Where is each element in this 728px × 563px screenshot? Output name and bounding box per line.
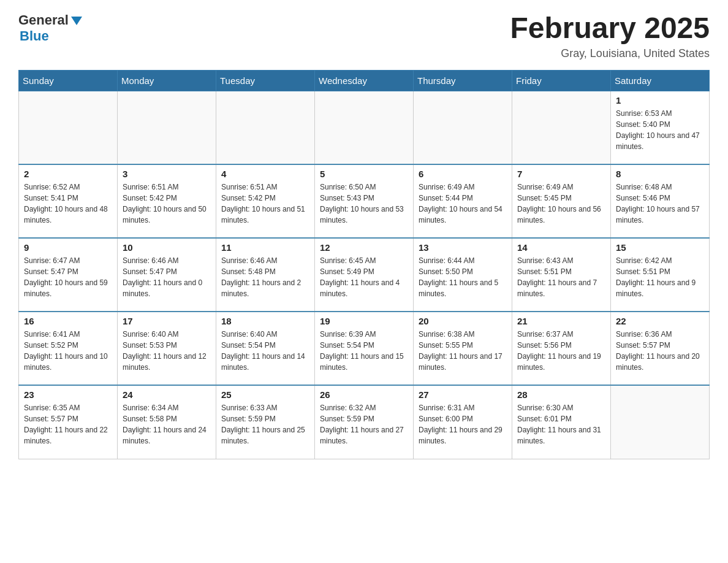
calendar-cell: 25Sunrise: 6:33 AMSunset: 5:59 PMDayligh…: [216, 385, 315, 459]
day-number: 13: [419, 242, 507, 253]
column-header-saturday: Saturday: [611, 70, 710, 91]
day-info: Sunrise: 6:39 AMSunset: 5:54 PMDaylight:…: [320, 329, 408, 373]
calendar-cell: [414, 91, 512, 164]
calendar-week-1: 2Sunrise: 6:52 AMSunset: 5:41 PMDaylight…: [19, 164, 710, 238]
day-number: 3: [123, 169, 211, 179]
month-title: February 2025: [510, 12, 710, 45]
calendar-cell: [118, 91, 216, 164]
day-info: Sunrise: 6:46 AMSunset: 5:48 PMDaylight:…: [221, 255, 309, 299]
calendar-cell: 12Sunrise: 6:45 AMSunset: 5:49 PMDayligh…: [315, 238, 414, 312]
calendar-cell: 23Sunrise: 6:35 AMSunset: 5:57 PMDayligh…: [19, 385, 118, 459]
day-info: Sunrise: 6:42 AMSunset: 5:51 PMDaylight:…: [616, 255, 704, 299]
day-info: Sunrise: 6:31 AMSunset: 6:00 PMDaylight:…: [419, 402, 507, 446]
day-info: Sunrise: 6:44 AMSunset: 5:50 PMDaylight:…: [419, 255, 507, 299]
day-number: 10: [123, 242, 211, 253]
calendar-cell: 13Sunrise: 6:44 AMSunset: 5:50 PMDayligh…: [414, 238, 512, 312]
calendar-cell: 27Sunrise: 6:31 AMSunset: 6:00 PMDayligh…: [414, 385, 512, 459]
calendar-cell: 14Sunrise: 6:43 AMSunset: 5:51 PMDayligh…: [512, 238, 611, 312]
day-number: 14: [517, 242, 605, 253]
calendar-week-3: 16Sunrise: 6:41 AMSunset: 5:52 PMDayligh…: [19, 312, 710, 385]
day-info: Sunrise: 6:37 AMSunset: 5:56 PMDaylight:…: [517, 329, 605, 373]
calendar-cell: 20Sunrise: 6:38 AMSunset: 5:55 PMDayligh…: [414, 312, 512, 385]
day-number: 20: [419, 316, 507, 326]
day-number: 2: [24, 169, 112, 179]
calendar-cell: 8Sunrise: 6:48 AMSunset: 5:46 PMDaylight…: [611, 164, 710, 238]
calendar-cell: 2Sunrise: 6:52 AMSunset: 5:41 PMDaylight…: [19, 164, 118, 238]
calendar-table: SundayMondayTuesdayWednesdayThursdayFrid…: [18, 70, 710, 459]
day-info: Sunrise: 6:40 AMSunset: 5:54 PMDaylight:…: [221, 329, 309, 373]
day-number: 23: [24, 389, 112, 400]
day-number: 4: [221, 169, 309, 179]
calendar-cell: [315, 91, 414, 164]
calendar-cell: 22Sunrise: 6:36 AMSunset: 5:57 PMDayligh…: [611, 312, 710, 385]
calendar-cell: 9Sunrise: 6:47 AMSunset: 5:47 PMDaylight…: [19, 238, 118, 312]
calendar-week-0: 1Sunrise: 6:53 AMSunset: 5:40 PMDaylight…: [19, 91, 710, 164]
day-info: Sunrise: 6:50 AMSunset: 5:43 PMDaylight:…: [320, 182, 408, 226]
calendar-cell: 10Sunrise: 6:46 AMSunset: 5:47 PMDayligh…: [118, 238, 216, 312]
column-header-wednesday: Wednesday: [315, 70, 414, 91]
svg-marker-0: [71, 17, 82, 25]
day-number: 17: [123, 316, 211, 326]
calendar-week-2: 9Sunrise: 6:47 AMSunset: 5:47 PMDaylight…: [19, 238, 710, 312]
day-info: Sunrise: 6:46 AMSunset: 5:47 PMDaylight:…: [123, 255, 211, 299]
logo-triangle-icon: [70, 14, 83, 28]
calendar-cell: 1Sunrise: 6:53 AMSunset: 5:40 PMDaylight…: [611, 91, 710, 164]
day-number: 6: [419, 169, 507, 179]
day-number: 28: [517, 389, 605, 400]
day-number: 15: [616, 242, 704, 253]
location: Gray, Louisiana, United States: [510, 47, 710, 60]
calendar-cell: [611, 385, 710, 459]
day-number: 26: [320, 389, 408, 400]
calendar-cell: 11Sunrise: 6:46 AMSunset: 5:48 PMDayligh…: [216, 238, 315, 312]
day-info: Sunrise: 6:33 AMSunset: 5:59 PMDaylight:…: [221, 402, 309, 446]
logo-blue-text: Blue: [20, 28, 49, 44]
day-info: Sunrise: 6:49 AMSunset: 5:45 PMDaylight:…: [517, 182, 605, 226]
day-info: Sunrise: 6:51 AMSunset: 5:42 PMDaylight:…: [123, 182, 211, 226]
logo-general-text: General: [18, 12, 69, 28]
page-header: General Blue February 2025 Gray, Louisia…: [18, 12, 710, 60]
title-area: February 2025 Gray, Louisiana, United St…: [510, 12, 710, 60]
calendar-cell: 4Sunrise: 6:51 AMSunset: 5:42 PMDaylight…: [216, 164, 315, 238]
day-info: Sunrise: 6:43 AMSunset: 5:51 PMDaylight:…: [517, 255, 605, 299]
day-info: Sunrise: 6:48 AMSunset: 5:46 PMDaylight:…: [616, 182, 704, 226]
calendar-cell: 3Sunrise: 6:51 AMSunset: 5:42 PMDaylight…: [118, 164, 216, 238]
day-info: Sunrise: 6:32 AMSunset: 5:59 PMDaylight:…: [320, 402, 408, 446]
column-header-tuesday: Tuesday: [216, 70, 315, 91]
calendar-cell: 7Sunrise: 6:49 AMSunset: 5:45 PMDaylight…: [512, 164, 611, 238]
calendar-cell: 28Sunrise: 6:30 AMSunset: 6:01 PMDayligh…: [512, 385, 611, 459]
day-number: 9: [24, 242, 112, 253]
calendar-cell: 18Sunrise: 6:40 AMSunset: 5:54 PMDayligh…: [216, 312, 315, 385]
calendar-cell: 19Sunrise: 6:39 AMSunset: 5:54 PMDayligh…: [315, 312, 414, 385]
day-info: Sunrise: 6:53 AMSunset: 5:40 PMDaylight:…: [616, 108, 704, 152]
day-info: Sunrise: 6:38 AMSunset: 5:55 PMDaylight:…: [419, 329, 507, 373]
calendar-week-4: 23Sunrise: 6:35 AMSunset: 5:57 PMDayligh…: [19, 385, 710, 459]
day-info: Sunrise: 6:47 AMSunset: 5:47 PMDaylight:…: [24, 255, 112, 299]
day-number: 16: [24, 316, 112, 326]
calendar-cell: 24Sunrise: 6:34 AMSunset: 5:58 PMDayligh…: [118, 385, 216, 459]
day-number: 22: [616, 316, 704, 326]
day-info: Sunrise: 6:35 AMSunset: 5:57 PMDaylight:…: [24, 402, 112, 446]
calendar-cell: 26Sunrise: 6:32 AMSunset: 5:59 PMDayligh…: [315, 385, 414, 459]
day-number: 7: [517, 169, 605, 179]
column-header-sunday: Sunday: [19, 70, 118, 91]
calendar-cell: 16Sunrise: 6:41 AMSunset: 5:52 PMDayligh…: [19, 312, 118, 385]
day-number: 21: [517, 316, 605, 326]
day-number: 24: [123, 389, 211, 400]
logo: General Blue: [18, 12, 83, 44]
calendar-cell: 5Sunrise: 6:50 AMSunset: 5:43 PMDaylight…: [315, 164, 414, 238]
day-info: Sunrise: 6:30 AMSunset: 6:01 PMDaylight:…: [517, 402, 605, 446]
day-number: 5: [320, 169, 408, 179]
column-header-friday: Friday: [512, 70, 611, 91]
calendar-cell: 21Sunrise: 6:37 AMSunset: 5:56 PMDayligh…: [512, 312, 611, 385]
day-number: 25: [221, 389, 309, 400]
day-info: Sunrise: 6:40 AMSunset: 5:53 PMDaylight:…: [123, 329, 211, 373]
column-header-monday: Monday: [118, 70, 216, 91]
day-info: Sunrise: 6:51 AMSunset: 5:42 PMDaylight:…: [221, 182, 309, 226]
day-info: Sunrise: 6:45 AMSunset: 5:49 PMDaylight:…: [320, 255, 408, 299]
day-info: Sunrise: 6:41 AMSunset: 5:52 PMDaylight:…: [24, 329, 112, 373]
day-number: 8: [616, 169, 704, 179]
day-info: Sunrise: 6:34 AMSunset: 5:58 PMDaylight:…: [123, 402, 211, 446]
day-info: Sunrise: 6:49 AMSunset: 5:44 PMDaylight:…: [419, 182, 507, 226]
calendar-cell: [19, 91, 118, 164]
day-info: Sunrise: 6:36 AMSunset: 5:57 PMDaylight:…: [616, 329, 704, 373]
